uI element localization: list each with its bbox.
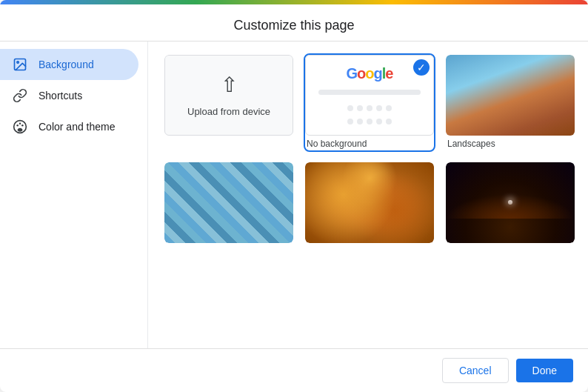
landscapes-tile-inner [446,55,575,136]
space-image [446,162,575,243]
sidebar-item-color-theme[interactable]: Color and theme [0,111,138,142]
selected-checkmark: ✓ [413,59,430,76]
dot [376,119,382,124]
svg-point-4 [19,123,21,125]
landscapes-label: Landscapes [446,136,575,150]
upload-icon: ⇧ [221,73,238,97]
sidebar-shortcuts-label: Shortcuts [39,90,82,102]
landscape-image [446,55,575,136]
palette-icon [12,119,28,135]
upload-label: Upload from device [187,106,270,117]
autumn-tile[interactable] [304,161,435,245]
buildings-tile-inner [164,162,293,243]
sidebar-item-shortcuts[interactable]: Shortcuts [0,80,138,111]
building-image [164,162,293,243]
main-content: ⇧ Upload from device Google [148,41,588,348]
dot [386,105,392,111]
dot [357,119,363,124]
sidebar-item-background[interactable]: Background [0,49,138,80]
cancel-button[interactable]: Cancel [442,358,509,383]
g4: g [374,65,382,82]
buildings-tile[interactable] [163,161,295,245]
dialog-body: Background Shortcuts [0,41,588,348]
space-tile[interactable] [444,161,576,245]
background-grid: ⇧ Upload from device Google [148,41,588,348]
dot [347,105,353,111]
dialog-title-text: Customize this page [233,18,354,33]
g3: o [365,65,373,82]
g1: G [347,65,358,82]
upload-tile[interactable]: ⇧ Upload from device [163,53,295,152]
g6: e [385,65,392,82]
mock-dots-row2 [347,119,392,124]
dot [386,119,392,124]
sidebar: Background Shortcuts [0,41,148,348]
dot [367,105,372,111]
g2: o [357,65,365,82]
link-icon [12,87,28,104]
no-bg-label: No background [305,136,434,150]
dialog-title: Customize this page [0,4,588,41]
tiles-grid: ⇧ Upload from device Google [163,53,576,245]
no-background-tile[interactable]: Google [304,53,435,152]
mock-dots-row1 [347,105,392,111]
autumn-tile-inner [305,162,434,243]
sidebar-color-label: Color and theme [39,121,116,133]
upload-tile-inner: ⇧ Upload from device [164,55,293,136]
mock-searchbar [318,90,421,95]
sidebar-background-label: Background [39,59,94,70]
dot [347,119,353,124]
dot [367,119,372,124]
dialog-footer: Cancel Done [0,348,588,392]
dot [357,105,363,111]
svg-point-3 [16,124,19,127]
google-logo: Google [347,65,393,82]
space-tile-inner [446,162,575,243]
done-button[interactable]: Done [516,359,573,382]
dot [376,105,382,111]
svg-point-1 [17,62,19,64]
autumn-image [305,162,434,243]
svg-point-5 [21,124,24,127]
landscapes-tile[interactable]: Landscapes [444,53,576,152]
image-icon [12,56,28,73]
customize-dialog: Customize this page Background [0,0,588,392]
